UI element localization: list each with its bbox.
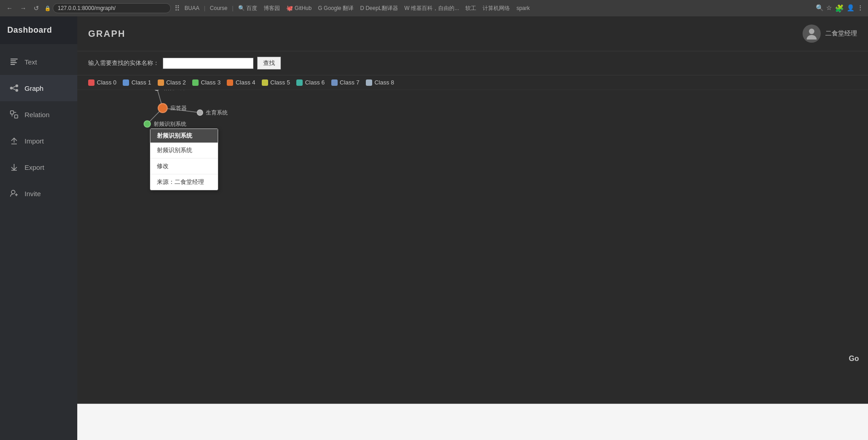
svg-rect-10 [15, 115, 18, 118]
page-title: GRAPH [88, 29, 125, 39]
legend-item-class-5: Class 5 [262, 79, 290, 86]
node-node2[interactable]: 应答器 [158, 103, 168, 113]
user-info: 二食堂经理 [803, 25, 857, 43]
bookmark-baidu[interactable]: 🔍 百度 [236, 4, 259, 13]
bookmark-deepl[interactable]: D DeepL翻译器 [358, 4, 399, 13]
reload-btn[interactable]: ↺ [32, 4, 41, 13]
bookmark-wikipedia[interactable]: W 维基百科，自由的... [403, 4, 461, 13]
sidebar-export-label: Export [25, 163, 44, 171]
bookmark-blog[interactable]: 博客园 [262, 4, 282, 13]
bookmark-network[interactable]: 计算机网络 [481, 4, 512, 13]
sidebar-invite-label: Invite [25, 190, 41, 198]
legend-bar: Class 0Class 1Class 2Class 3Class 4Class… [77, 75, 868, 90]
bookmark-buaa[interactable]: BUAA [183, 4, 201, 12]
graph-area[interactable]: 射频天线应答器生育系统射频识别系统 射频识别系统 射频识别系统 修改 来源：二食… [77, 90, 868, 404]
sidebar-title: Dashboard [0, 16, 77, 44]
legend-item-class-8: Class 8 [366, 79, 394, 86]
context-menu-title: 射频识别系统 [150, 129, 218, 143]
node-node4[interactable]: 射频识别系统 [144, 120, 151, 128]
legend-label: Class 6 [305, 79, 324, 86]
legend-item-class-1: Class 1 [123, 79, 151, 86]
relation-icon [9, 109, 19, 119]
browser-actions: 🔍 ☆ 🧩 👤 ⋮ [816, 4, 863, 13]
legend-item-class-0: Class 0 [88, 79, 116, 86]
legend-label: Class 1 [131, 79, 151, 86]
svg-rect-0 [10, 59, 18, 59]
bookmark-course[interactable]: Course [208, 4, 229, 12]
search-button[interactable]: 查找 [257, 57, 281, 69]
legend-dot [296, 79, 303, 86]
sidebar-text-label: Text [25, 58, 37, 66]
sidebar-item-graph[interactable]: Graph [0, 75, 77, 101]
svg-rect-9 [10, 111, 14, 114]
bookmark-software[interactable]: 软工 [464, 4, 478, 13]
bookmark-github[interactable]: 🐙 GitHub [284, 4, 314, 12]
node-node1[interactable]: 射频天线 [154, 90, 160, 91]
svg-point-6 [15, 89, 18, 92]
browser-bar: ← → ↺ 🔒 ⠿ BUAA | Course | 🔍 百度 博客园 🐙 Git… [0, 0, 868, 16]
sidebar-nav: Text Graph [0, 44, 77, 211]
sidebar-graph-label: Graph [25, 84, 44, 92]
apps-icon[interactable]: ⠿ [175, 4, 180, 13]
legend-label: Class 3 [201, 79, 220, 86]
legend-dot [123, 79, 129, 86]
back-btn[interactable]: ← [5, 4, 15, 13]
sidebar-item-import[interactable]: Import [0, 128, 77, 154]
search-bar: 输入需要查找的实体名称： 查找 [77, 51, 868, 75]
text-icon [9, 57, 19, 67]
svg-rect-2 [10, 62, 17, 63]
legend-dot [227, 79, 233, 86]
sidebar-item-export[interactable]: Export [0, 154, 77, 180]
legend-dot [366, 79, 372, 86]
svg-point-17 [11, 190, 15, 194]
sidebar: Dashboard Text [0, 16, 77, 440]
context-menu-edit[interactable]: 修改 [150, 158, 218, 174]
bottom-bar [77, 404, 868, 440]
context-menu-source: 来源：二食堂经理 [150, 174, 218, 190]
sidebar-item-relation[interactable]: Relation [0, 101, 77, 128]
extension-icon[interactable]: 🧩 [835, 4, 844, 13]
sidebar-item-text[interactable]: Text [0, 49, 77, 75]
bookmark-spark[interactable]: spark [514, 4, 531, 12]
search-input[interactable] [163, 58, 254, 69]
node-label-node3: 生育系统 [206, 109, 228, 117]
svg-point-4 [10, 87, 13, 89]
export-icon [9, 162, 19, 172]
legend-item-class-4: Class 4 [227, 79, 255, 86]
url-bar[interactable] [53, 3, 171, 13]
bookmark-google-translate[interactable]: G Google 翻译 [316, 4, 356, 13]
sidebar-relation-label: Relation [25, 111, 50, 119]
node-node3[interactable]: 生育系统 [197, 109, 203, 116]
legend-label: Class 4 [235, 79, 255, 86]
main-header: GRAPH 二食堂经理 [77, 16, 868, 51]
legend-item-class-2: Class 2 [158, 79, 186, 86]
legend-dot [331, 79, 338, 86]
node-label-node1: 射频天线 [163, 90, 185, 92]
legend-dot [192, 79, 199, 86]
context-menu[interactable]: 射频识别系统 射频识别系统 修改 来源：二食堂经理 [150, 129, 218, 190]
menu-icon[interactable]: ⋮ [857, 4, 863, 13]
legend-dot [88, 79, 95, 86]
star-icon[interactable]: ☆ [826, 4, 832, 13]
sidebar-item-invite[interactable]: Invite [0, 180, 77, 207]
legend-item-class-6: Class 6 [296, 79, 324, 86]
svg-rect-1 [10, 60, 16, 61]
legend-label: Class 7 [340, 79, 359, 86]
go-button[interactable]: Go [849, 355, 859, 363]
main-content: GRAPH 二食堂经理 输入需要查找的实体名称： 查找 Class 0Class… [77, 16, 868, 440]
import-icon [9, 136, 19, 146]
profile-icon[interactable]: 👤 [847, 4, 854, 13]
search-extension-icon[interactable]: 🔍 [816, 4, 823, 13]
graph-icon [9, 83, 19, 93]
forward-btn[interactable]: → [18, 4, 28, 13]
svg-line-7 [13, 86, 15, 88]
node-label-node2: 应答器 [170, 104, 187, 112]
legend-label: Class 5 [270, 79, 290, 86]
legend-dot [158, 79, 164, 86]
context-menu-subtitle[interactable]: 射频识别系统 [150, 143, 218, 158]
invite-icon [9, 188, 19, 198]
legend-dot [262, 79, 268, 86]
svg-point-20 [809, 29, 814, 34]
svg-point-5 [15, 84, 18, 87]
node-label-node4: 射频识别系统 [154, 120, 186, 128]
